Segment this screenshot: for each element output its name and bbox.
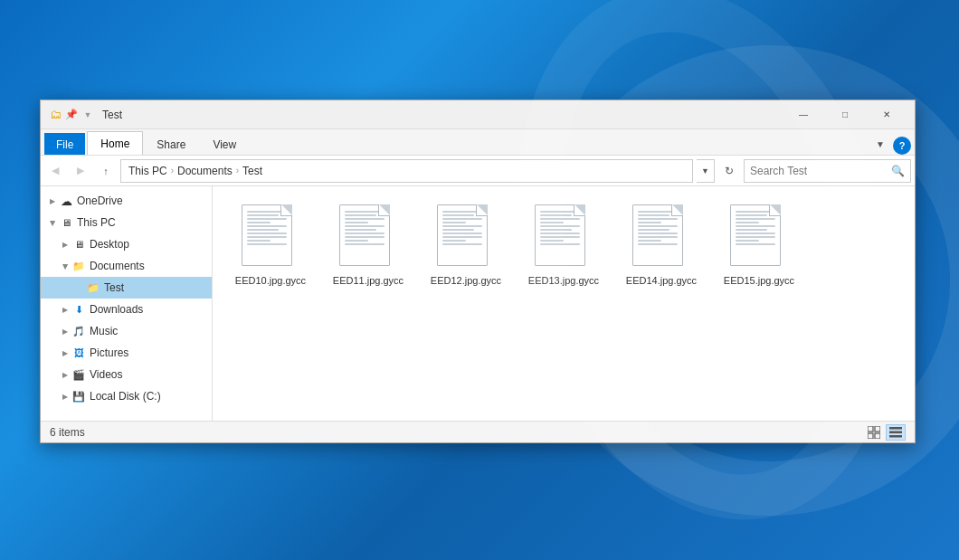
- sidebar-item-label-onedrive: OneDrive: [77, 195, 206, 207]
- tab-share[interactable]: Share: [143, 133, 199, 155]
- tab-file[interactable]: File: [44, 133, 85, 155]
- file-name-0: EED10.jpg.gycc: [235, 275, 306, 286]
- sidebar: ☁ OneDrive 🖥 This PC 🖥 Desktop: [41, 186, 213, 421]
- thispc-icon: 🖥: [59, 215, 73, 230]
- videos-icon: 🎬: [71, 367, 86, 382]
- svg-rect-1: [875, 426, 880, 432]
- file-icon-0: [242, 204, 299, 271]
- svg-rect-6: [889, 435, 902, 438]
- window-title: Test: [102, 109, 783, 121]
- sidebar-item-localdisk[interactable]: 💾 Local Disk (C:): [41, 385, 212, 407]
- sidebar-item-label-localdisk: Local Disk (C:): [90, 390, 206, 403]
- file-item-4[interactable]: EED14.jpg.gycc: [616, 199, 707, 291]
- minimize-button[interactable]: —: [783, 100, 824, 129]
- file-item-2[interactable]: EED12.jpg.gycc: [421, 199, 511, 291]
- sidebar-item-downloads[interactable]: ⬇ Downloads: [41, 299, 212, 320]
- sidebar-item-label-music: Music: [90, 325, 206, 337]
- onedrive-icon: ☁: [59, 194, 73, 208]
- sidebar-item-label-pictures: Pictures: [90, 346, 206, 359]
- svg-rect-3: [875, 433, 880, 439]
- file-item-5[interactable]: EED15.jpg.gycc: [714, 199, 804, 291]
- file-area[interactable]: EED10.jpg.gycc: [213, 186, 915, 421]
- tab-view[interactable]: View: [199, 133, 250, 155]
- sidebar-item-test[interactable]: 📁 Test: [41, 277, 212, 299]
- sidebar-item-thispc[interactable]: 🖥 This PC: [41, 212, 212, 233]
- sidebar-item-label-desktop: Desktop: [90, 238, 206, 251]
- main-content: ☁ OneDrive 🖥 This PC 🖥 Desktop: [41, 186, 915, 421]
- refresh-button[interactable]: ↻: [718, 159, 740, 183]
- sidebar-item-pictures[interactable]: 🖼 Pictures: [41, 342, 212, 364]
- pictures-icon: 🖼: [71, 346, 86, 360]
- file-icon-4: [632, 204, 690, 271]
- sidebar-item-onedrive[interactable]: ☁ OneDrive: [41, 190, 212, 212]
- expand-arrow-desktop[interactable]: [59, 238, 71, 251]
- file-icon-3: [535, 204, 593, 271]
- svg-rect-2: [868, 433, 873, 439]
- expand-arrow-music[interactable]: [59, 325, 71, 337]
- path-documents[interactable]: Documents: [177, 165, 233, 177]
- path-this-pc[interactable]: This PC: [128, 165, 167, 177]
- address-path[interactable]: This PC › Documents › Test: [120, 159, 693, 183]
- expand-arrow-pictures[interactable]: [59, 346, 71, 359]
- sidebar-scroll[interactable]: ☁ OneDrive 🖥 This PC 🖥 Desktop: [41, 186, 212, 421]
- expand-arrow-onedrive[interactable]: [46, 195, 59, 207]
- down-arrow-icon: ▼: [81, 108, 95, 122]
- search-input[interactable]: [750, 165, 888, 177]
- sidebar-item-label-downloads: Downloads: [90, 303, 206, 316]
- sidebar-item-label-test: Test: [104, 281, 206, 294]
- test-folder-icon: 📁: [86, 280, 100, 295]
- ribbon: File Home Share View ▼ ?: [41, 129, 915, 156]
- tab-home[interactable]: Home: [87, 131, 143, 155]
- up-button[interactable]: ↑: [95, 160, 117, 182]
- file-icon-5: [730, 204, 788, 271]
- expand-arrow-thispc[interactable]: [46, 216, 59, 229]
- list-view-icon: [889, 426, 902, 439]
- sidebar-item-videos[interactable]: 🎬 Videos: [41, 364, 212, 385]
- file-name-5: EED15.jpg.gycc: [724, 275, 794, 286]
- file-icon-2: [437, 204, 495, 271]
- title-bar-icons: 🗂 📌 ▼: [48, 108, 95, 122]
- svg-rect-5: [889, 431, 902, 433]
- ribbon-expand-button[interactable]: ▼: [868, 133, 893, 155]
- view-list-button[interactable]: [886, 424, 906, 441]
- search-box[interactable]: 🔍: [744, 159, 911, 183]
- maximize-button[interactable]: □: [824, 100, 866, 129]
- file-grid: EED10.jpg.gycc: [222, 195, 906, 295]
- file-item-1[interactable]: EED11.jpg.gycc: [323, 199, 413, 291]
- ribbon-tabs: File Home Share View ▼ ?: [41, 129, 915, 155]
- path-arrow-1: ›: [171, 166, 174, 176]
- doc-icon-0: [242, 204, 292, 266]
- file-name-2: EED12.jpg.gycc: [431, 275, 501, 286]
- address-dropdown-button[interactable]: ▼: [697, 159, 715, 183]
- file-name-3: EED13.jpg.gycc: [528, 275, 599, 286]
- downloads-icon: ⬇: [71, 302, 86, 317]
- sidebar-item-documents[interactable]: 📁 Documents: [41, 255, 212, 277]
- address-bar: ◀ ▶ ↑ This PC › Documents › Test ▼ ↻ 🔍: [41, 156, 915, 186]
- forward-button[interactable]: ▶: [70, 160, 91, 182]
- localdisk-icon: 💾: [71, 389, 86, 403]
- file-name-1: EED11.jpg.gycc: [333, 275, 404, 286]
- expand-arrow-videos[interactable]: [59, 368, 71, 381]
- search-icon[interactable]: 🔍: [891, 165, 905, 177]
- expand-arrow-localdisk[interactable]: [59, 390, 71, 403]
- documents-icon: 📁: [71, 259, 86, 273]
- help-button[interactable]: ?: [893, 137, 911, 155]
- view-grid-button[interactable]: [864, 424, 884, 441]
- expand-arrow-downloads[interactable]: [59, 303, 71, 316]
- expand-arrow-documents[interactable]: [59, 260, 71, 272]
- path-test[interactable]: Test: [242, 165, 262, 177]
- pin-icon: 📌: [64, 108, 79, 122]
- svg-rect-0: [868, 426, 873, 432]
- explorer-window: 🗂 📌 ▼ Test — □ ✕ File Home Share View ▼: [40, 100, 916, 443]
- back-button[interactable]: ◀: [44, 160, 66, 182]
- folder-icon: 🗂: [48, 108, 62, 122]
- sidebar-item-music[interactable]: 🎵 Music: [41, 320, 212, 342]
- sidebar-item-desktop[interactable]: 🖥 Desktop: [41, 233, 212, 255]
- file-item[interactable]: EED10.jpg.gycc: [225, 199, 316, 291]
- file-item-3[interactable]: EED13.jpg.gycc: [518, 199, 609, 291]
- window-controls: — □ ✕: [783, 100, 907, 129]
- item-count: 6 items: [50, 426, 85, 439]
- path-arrow-2: ›: [236, 166, 239, 176]
- grid-view-icon: [868, 426, 880, 439]
- close-button[interactable]: ✕: [866, 100, 907, 129]
